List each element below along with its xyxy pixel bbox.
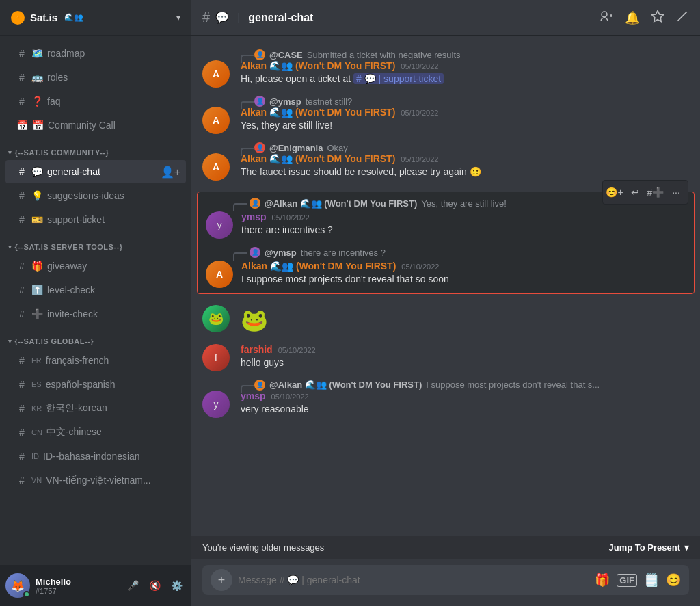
attach-button[interactable]: +: [211, 569, 232, 591]
gift-icon[interactable]: 🎁: [595, 572, 610, 588]
more-options-button[interactable]: ···: [667, 183, 686, 202]
sidebar: 🔸 Sat.is 🌊👥 ▾ # 🗺️ roadmap # 🚌 roles # ❓…: [0, 0, 191, 606]
message-text: Yes, they are still live!: [241, 119, 689, 133]
message-content: ymsp 05/10/2022 very reasonable: [241, 391, 689, 418]
messages-area[interactable]: 👤 @CASE Submitted a ticket with negative…: [191, 36, 700, 536]
category-arrow-icon: ▾: [8, 338, 12, 345]
server-emoji-icons: 🌊👥: [64, 13, 83, 22]
hash-icon: #: [202, 10, 210, 25]
message-timestamp: 05/10/2022: [401, 62, 438, 70]
channel-item-espanol-spanish[interactable]: # ES español-spanish: [5, 373, 186, 396]
server-header-left: 🔸 Sat.is 🌊👥: [11, 11, 83, 25]
category-sat-is-server-tools[interactable]: ▾ {--SAT.IS SERVER TOOLS--}: [0, 232, 191, 254]
hash-icon: #: [16, 308, 27, 319]
category-sat-is-community[interactable]: ▾ {--SAT.IS COMMUNITY--}: [0, 137, 191, 159]
channel-item-general-chat[interactable]: # 💬 general-chat 👤+: [5, 160, 186, 183]
pin-icon[interactable]: [651, 10, 664, 26]
message-actions: 😊+ ↩ #➕ ···: [602, 180, 688, 205]
hash-icon: #: [16, 96, 27, 107]
emoji-icon[interactable]: 😊: [666, 572, 681, 588]
channel-item-indonesian[interactable]: # ID ID--bahasa-indonesian: [5, 445, 186, 468]
message-text: there are incentives ?: [241, 224, 686, 237]
message-timestamp: 05/10/2022: [278, 346, 316, 354]
message-content: Alkan 🌊👥 (Won't DM You FIRST) 05/10/2022…: [241, 153, 689, 181]
message-input-area: + 🎁 GIF 🗒️ 😊: [191, 559, 700, 606]
channel-item-roadmap[interactable]: # 🗺️ roadmap: [5, 42, 186, 65]
channel-item-level-check[interactable]: # ⬆️ level-check: [5, 278, 186, 302]
message-timestamp: 05/10/2022: [272, 213, 310, 222]
add-to-channel-button[interactable]: #➕: [646, 183, 665, 202]
message-reply: 👤 @Alkan 🌊👥 (Won't DM You FIRST) Yes, th…: [233, 198, 507, 209]
hash-icon: #: [16, 166, 27, 177]
settings-button[interactable]: ⚙️: [167, 576, 186, 595]
notification-icon[interactable]: 🔔: [625, 10, 640, 25]
channel-item-suggestions-ideas[interactable]: # 💡 suggestions-ideas: [5, 184, 186, 207]
add-reaction-button[interactable]: 😊+: [605, 183, 624, 202]
message-timestamp: 05/10/2022: [401, 109, 438, 117]
message-group-inner: y ymsp 05/10/2022 there are incentives ?: [206, 211, 686, 239]
message-reply: 👤 @ymsp there are incentives ?: [233, 247, 386, 258]
deafen-button[interactable]: 🔇: [145, 576, 164, 595]
category-sat-is-global[interactable]: ▾ {--SAT.IS GLOBAL--}: [0, 326, 191, 348]
mute-button[interactable]: 🎤: [123, 576, 142, 595]
message-text: very reasonable: [241, 403, 689, 417]
message-header: Alkan 🌊👥 (Won't DM You FIRST) 05/10/2022: [241, 60, 689, 71]
message-timestamp: 05/10/2022: [271, 393, 309, 401]
svg-line-0: [677, 12, 686, 21]
channel-header-right: 🔔: [600, 9, 689, 26]
message-author: Alkan 🌊👥 (Won't DM You FIRST): [241, 60, 395, 71]
message-content: 🐸: [241, 305, 689, 336]
message-group-pepe: 🐸 🐸: [191, 302, 700, 339]
message-group-farshid: f farshid 05/10/2022 hello guys: [191, 341, 700, 374]
channel-item-support-ticket[interactable]: # 🎫 support-ticket: [5, 208, 186, 231]
channel-item-giveaway[interactable]: # 🎁 giveaway: [5, 254, 186, 278]
message-author: Alkan 🌊👥 (Won't DM You FIRST): [241, 107, 395, 118]
channel-item-faq[interactable]: # ❓ faq: [5, 90, 186, 113]
channel-item-chinese[interactable]: # CN 中文-chinese: [5, 421, 186, 444]
chat-icon: 💬: [215, 11, 229, 24]
message-group: A Alkan 🌊👥 (Won't DM You FIRST) 05/10/20…: [191, 152, 700, 183]
hash-icon: #: [16, 285, 27, 295]
reply-button[interactable]: ↩: [625, 183, 645, 202]
channel-item-korean[interactable]: # KR 한국인-korean: [5, 397, 186, 420]
message-input[interactable]: [238, 575, 589, 585]
hash-icon: #: [16, 261, 27, 272]
hash-icon: #: [16, 48, 27, 59]
avatar: A: [202, 107, 230, 134]
message-group: A Alkan 🌊👥 (Won't DM You FIRST) 05/10/20…: [191, 105, 700, 137]
channel-item-community-call[interactable]: 📅 📅 Community Call: [5, 114, 186, 137]
user-discriminator: #1757: [36, 587, 118, 595]
message-header: ymsp 05/10/2022: [241, 391, 689, 401]
hash-icon: #: [16, 403, 27, 414]
avatar: 🦊: [5, 573, 30, 598]
hash-icon: #: [16, 475, 27, 486]
hash-icon: #: [16, 190, 27, 201]
message-author: farshid: [241, 344, 273, 355]
avatar: f: [202, 344, 230, 371]
add-member-icon[interactable]: 👤+: [161, 166, 180, 179]
hash-icon: #: [16, 427, 27, 438]
slash-icon[interactable]: [675, 10, 689, 26]
message-timestamp: 05/10/2022: [401, 155, 438, 163]
jump-to-present-button[interactable]: Jump To Present ▾: [608, 542, 689, 553]
channel-item-vietnamese[interactable]: # VN VN--tiếng-việt-vietnam...: [5, 469, 186, 492]
channel-item-invite-check[interactable]: # ➕ invite-check: [5, 302, 186, 326]
message-header: Alkan 🌊👥 (Won't DM You FIRST) 05/10/2022: [241, 261, 686, 272]
gif-icon[interactable]: GIF: [617, 574, 637, 587]
channel-list: # 🗺️ roadmap # 🚌 roles # ❓ faq 📅 📅 Commu…: [0, 36, 191, 565]
message-author: ymsp: [241, 211, 267, 222]
channel-item-francais-french[interactable]: # FR français-french: [5, 349, 186, 372]
message-timestamp: 05/10/2022: [401, 263, 439, 271]
channel-item-roles[interactable]: # 🚌 roles: [5, 66, 186, 89]
server-header[interactable]: 🔸 Sat.is 🌊👥 ▾: [0, 0, 191, 36]
message-content: ymsp 05/10/2022 there are incentives ?: [241, 211, 686, 239]
input-right-icons: 🎁 GIF 🗒️ 😊: [595, 572, 681, 588]
chevron-down-icon: ▾: [684, 542, 689, 553]
highlighted-message-group: 😊+ ↩ #➕ ··· 👤 @Alkan 🌊👥 (Won't DM You FI…: [197, 192, 695, 294]
sticker-icon[interactable]: 🗒️: [644, 572, 659, 588]
user-name: Michello: [36, 577, 118, 587]
user-controls: 🎤 🔇 ⚙️: [123, 576, 186, 595]
hash-icon: #: [16, 355, 27, 366]
add-members-icon[interactable]: [600, 9, 614, 26]
message-author: Alkan 🌊👥 (Won't DM You FIRST): [241, 153, 395, 164]
